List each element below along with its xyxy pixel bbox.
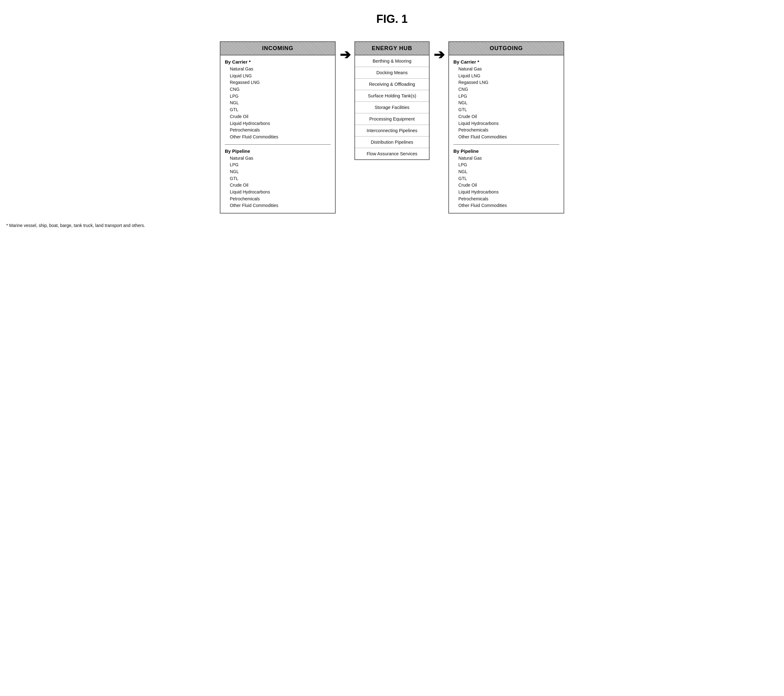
list-item: NGL [230,168,331,175]
list-item: GTL [230,107,331,114]
list-item: NGL [230,100,331,107]
list-item: Crude Oil [458,114,559,120]
energy-hub-body: Berthing & Mooring Docking Means Receivi… [355,56,429,160]
list-item: Petrochemicals [458,127,559,134]
hub-item-docking: Docking Means [355,67,429,79]
outgoing-by-pipeline-header: By Pipeline [453,148,559,154]
outgoing-carrier-list: Natural Gas Liquid LNG Regassed LNG CNG … [453,66,559,141]
list-item: Regassed LNG [458,79,559,86]
list-item: CNG [458,86,559,93]
hub-item-distribution: Distribution Pipelines [355,137,429,148]
incoming-header: INCOMING [221,42,335,56]
outgoing-pipeline-list: Natural Gas LPG NGL GTL Crude Oil Liquid… [453,155,559,209]
outgoing-column: OUTGOING By Carrier * Natural Gas Liquid… [448,41,564,214]
incoming-carrier-list: Natural Gas Liquid LNG Regassed LNG CNG … [225,66,331,141]
incoming-by-pipeline-header: By Pipeline [225,148,331,154]
list-item: GTL [458,107,559,114]
list-item: LPG [230,93,331,100]
list-item: Other Fluid Commodities [458,202,559,209]
incoming-column: INCOMING By Carrier * Natural Gas Liquid… [220,41,336,214]
list-item: Other Fluid Commodities [458,134,559,141]
incoming-pipeline-list: Natural Gas LPG NGL GTL Crude Oil Liquid… [225,155,331,209]
arrow-2-icon: ➔ [434,48,445,61]
footnote: * Marine vessel, ship, boat, barge, tank… [6,223,351,228]
list-item: Petrochemicals [230,127,331,134]
incoming-by-carrier-header: By Carrier * [225,59,331,64]
list-item: Regassed LNG [230,79,331,86]
list-item: GTL [230,175,331,182]
list-item: NGL [458,100,559,107]
hub-item-storage: Storage Facilities [355,102,429,114]
list-item: Liquid Hydrocarbons [230,189,331,196]
arrow-2-container: ➔ [430,41,448,61]
hub-item-processing: Processing Equipment [355,114,429,125]
list-item: Crude Oil [230,114,331,120]
list-item: Natural Gas [458,155,559,162]
list-item: Other Fluid Commodities [230,202,331,209]
arrow-1-icon: ➔ [340,48,351,61]
hub-item-receiving: Receiving & Offloading [355,79,429,90]
figure-title: FIG. 1 [376,13,408,26]
list-item: Liquid Hydrocarbons [458,189,559,196]
hub-item-flow-assurance: Flow Assurance Services [355,148,429,160]
list-item: Petrochemicals [230,196,331,202]
list-item: Petrochemicals [458,196,559,202]
list-item: Crude Oil [458,182,559,189]
list-item: Other Fluid Commodities [230,134,331,141]
energy-hub-header: ENERGY HUB [355,42,429,56]
diagram: INCOMING By Carrier * Natural Gas Liquid… [220,41,564,214]
list-item: NGL [458,168,559,175]
list-item: LPG [230,161,331,168]
incoming-divider [225,144,331,145]
list-item: CNG [230,86,331,93]
outgoing-body: By Carrier * Natural Gas Liquid LNG Rega… [449,56,563,213]
list-item: Liquid Hydrocarbons [230,120,331,127]
energy-hub-column: ENERGY HUB Berthing & Mooring Docking Me… [354,41,430,160]
list-item: GTL [458,175,559,182]
list-item: LPG [458,93,559,100]
outgoing-divider [453,144,559,145]
arrow-1-container: ➔ [336,41,354,61]
hub-item-interconnecting: Interconnecting Pipelines [355,125,429,137]
hub-item-berthing: Berthing & Mooring [355,56,429,67]
list-item: Liquid Hydrocarbons [458,120,559,127]
list-item: Natural Gas [230,66,331,72]
hub-item-surface-tank: Surface Holding Tank(s) [355,90,429,102]
outgoing-header: OUTGOING [449,42,563,56]
incoming-body: By Carrier * Natural Gas Liquid LNG Rega… [221,56,335,213]
list-item: Natural Gas [458,66,559,72]
list-item: Liquid LNG [230,72,331,79]
list-item: Crude Oil [230,182,331,189]
list-item: LPG [458,161,559,168]
list-item: Natural Gas [230,155,331,162]
outgoing-by-carrier-header: By Carrier * [453,59,559,64]
list-item: Liquid LNG [458,72,559,79]
